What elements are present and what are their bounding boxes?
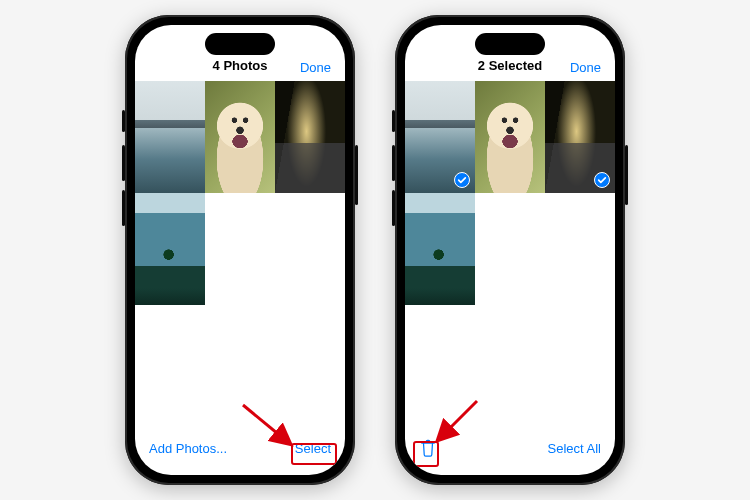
selection-check-icon <box>454 172 470 188</box>
done-button[interactable]: Done <box>300 60 331 75</box>
photo-thumb[interactable] <box>205 81 275 193</box>
navbar-title: 2 Selected <box>478 58 542 73</box>
photo-thumb[interactable] <box>275 81 345 193</box>
iphone-frame-right: 2 Selected Done <box>395 15 625 485</box>
photo-thumb[interactable] <box>135 81 205 193</box>
trash-icon <box>419 438 437 458</box>
select-button[interactable]: Select <box>295 441 331 456</box>
dynamic-island <box>205 33 275 55</box>
photo-thumb[interactable] <box>405 193 475 305</box>
photo-grid <box>405 81 615 305</box>
toolbar: Select All <box>405 431 615 475</box>
photo-thumb[interactable] <box>135 193 205 305</box>
screen-right: 2 Selected Done <box>405 25 615 475</box>
select-all-button[interactable]: Select All <box>548 441 601 456</box>
photo-grid <box>135 81 345 305</box>
photo-thumb[interactable] <box>545 81 615 193</box>
navbar-title: 4 Photos <box>213 58 268 73</box>
photo-thumb[interactable] <box>405 81 475 193</box>
dynamic-island <box>475 33 545 55</box>
toolbar: Add Photos... Select <box>135 431 345 475</box>
delete-button[interactable] <box>419 438 437 458</box>
screen-left: 4 Photos Done Add Photos... Select <box>135 25 345 475</box>
photo-thumb[interactable] <box>475 81 545 193</box>
selection-check-icon <box>594 172 610 188</box>
done-button[interactable]: Done <box>570 60 601 75</box>
add-photos-button[interactable]: Add Photos... <box>149 441 227 456</box>
iphone-frame-left: 4 Photos Done Add Photos... Select <box>125 15 355 485</box>
